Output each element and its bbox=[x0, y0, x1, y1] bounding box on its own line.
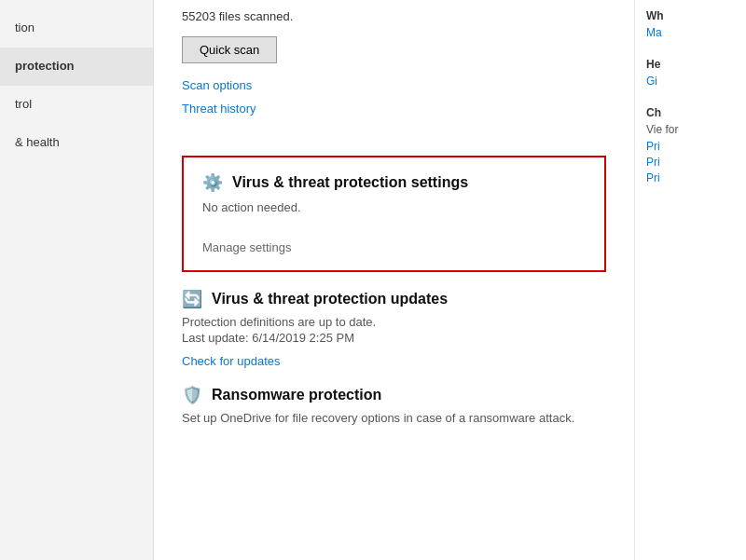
virus-settings-title: ⚙️ Virus & threat protection settings bbox=[202, 172, 586, 193]
ransomware-icon: 🛡️ bbox=[182, 385, 202, 405]
top-section: 55203 files scanned. Quick scan Scan opt… bbox=[182, 0, 606, 139]
updates-date: Last update: 6/14/2019 2:25 PM bbox=[182, 331, 606, 345]
main-content: 55203 files scanned. Quick scan Scan opt… bbox=[154, 0, 634, 560]
right-panel-link-3a[interactable]: Pri bbox=[646, 140, 735, 153]
virus-settings-status: No action needed. bbox=[202, 200, 586, 214]
sidebar-item-protection[interactable]: protection bbox=[0, 48, 153, 86]
right-panel-section-1: Wh Ma bbox=[646, 9, 735, 39]
right-panel-link-3b[interactable]: Pri bbox=[646, 156, 735, 169]
right-panel-desc-3: Vie for bbox=[646, 123, 735, 136]
manage-settings-link[interactable]: Manage settings bbox=[202, 240, 291, 254]
sidebar: tion protection trol & health bbox=[0, 0, 154, 560]
scan-options-link[interactable]: Scan options bbox=[182, 78, 606, 92]
sidebar-item-trol[interactable]: trol bbox=[0, 86, 153, 124]
right-panel-link-3c[interactable]: Pri bbox=[646, 171, 735, 184]
updates-desc: Protection definitions are up to date. bbox=[182, 315, 606, 329]
right-panel-title-3: Ch bbox=[646, 106, 735, 119]
right-panel-section-2: He Gi bbox=[646, 58, 735, 88]
virus-settings-card: ⚙️ Virus & threat protection settings No… bbox=[182, 156, 606, 272]
check-for-updates-link[interactable]: Check for updates bbox=[182, 354, 606, 368]
ransomware-title: 🛡️ Ransomware protection bbox=[182, 385, 606, 405]
virus-updates-section: 🔄 Virus & threat protection updates Prot… bbox=[182, 289, 606, 368]
ransomware-desc: Set up OneDrive for file recovery option… bbox=[182, 411, 606, 425]
gear-shield-icon: ⚙️ bbox=[202, 172, 223, 193]
sidebar-item-tion[interactable]: tion bbox=[0, 9, 153, 48]
right-panel-link-1[interactable]: Ma bbox=[646, 26, 735, 39]
right-panel: Wh Ma He Gi Ch Vie for Pri Pri Pri bbox=[634, 0, 746, 560]
ransomware-section: 🛡️ Ransomware protection Set up OneDrive… bbox=[182, 385, 606, 425]
quick-scan-button[interactable]: Quick scan bbox=[182, 36, 277, 63]
threat-history-link[interactable]: Threat history bbox=[182, 102, 606, 116]
right-panel-section-3: Ch Vie for Pri Pri Pri bbox=[646, 106, 735, 184]
right-panel-title-1: Wh bbox=[646, 9, 735, 22]
right-panel-link-2[interactable]: Gi bbox=[646, 75, 735, 88]
refresh-icon: 🔄 bbox=[182, 289, 202, 309]
virus-updates-title: 🔄 Virus & threat protection updates bbox=[182, 289, 606, 309]
files-scanned-text: 55203 files scanned. bbox=[182, 9, 606, 23]
sidebar-item-health[interactable]: & health bbox=[0, 124, 153, 162]
right-panel-title-2: He bbox=[646, 58, 735, 71]
